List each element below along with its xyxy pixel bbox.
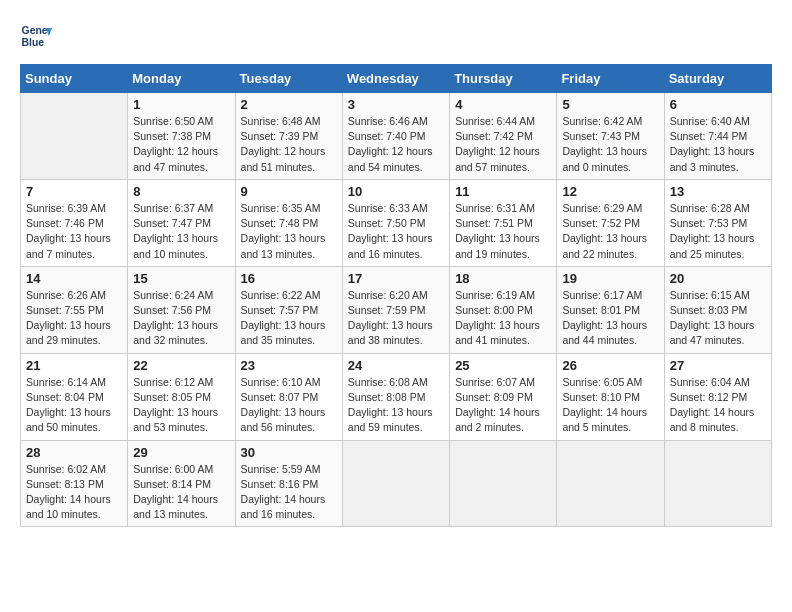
day-number: 6 [670,97,766,112]
calendar-cell: 4Sunrise: 6:44 AMSunset: 7:42 PMDaylight… [450,93,557,180]
day-number: 17 [348,271,444,286]
calendar-cell [557,440,664,527]
logo-icon: General Blue [20,20,52,52]
day-number: 25 [455,358,551,373]
day-number: 28 [26,445,122,460]
day-number: 19 [562,271,658,286]
day-number: 5 [562,97,658,112]
day-info: Sunrise: 6:20 AMSunset: 7:59 PMDaylight:… [348,288,444,349]
col-header-thursday: Thursday [450,65,557,93]
calendar-cell: 15Sunrise: 6:24 AMSunset: 7:56 PMDayligh… [128,266,235,353]
day-number: 11 [455,184,551,199]
col-header-sunday: Sunday [21,65,128,93]
day-number: 18 [455,271,551,286]
day-info: Sunrise: 6:33 AMSunset: 7:50 PMDaylight:… [348,201,444,262]
day-number: 12 [562,184,658,199]
day-info: Sunrise: 5:59 AMSunset: 8:16 PMDaylight:… [241,462,337,523]
day-info: Sunrise: 6:48 AMSunset: 7:39 PMDaylight:… [241,114,337,175]
day-info: Sunrise: 6:00 AMSunset: 8:14 PMDaylight:… [133,462,229,523]
day-info: Sunrise: 6:40 AMSunset: 7:44 PMDaylight:… [670,114,766,175]
calendar-cell: 13Sunrise: 6:28 AMSunset: 7:53 PMDayligh… [664,179,771,266]
calendar-cell: 11Sunrise: 6:31 AMSunset: 7:51 PMDayligh… [450,179,557,266]
day-number: 4 [455,97,551,112]
calendar-cell: 1Sunrise: 6:50 AMSunset: 7:38 PMDaylight… [128,93,235,180]
calendar-cell: 24Sunrise: 6:08 AMSunset: 8:08 PMDayligh… [342,353,449,440]
calendar-header-row: SundayMondayTuesdayWednesdayThursdayFrid… [21,65,772,93]
calendar-cell: 25Sunrise: 6:07 AMSunset: 8:09 PMDayligh… [450,353,557,440]
day-info: Sunrise: 6:08 AMSunset: 8:08 PMDaylight:… [348,375,444,436]
day-info: Sunrise: 6:05 AMSunset: 8:10 PMDaylight:… [562,375,658,436]
calendar-cell: 18Sunrise: 6:19 AMSunset: 8:00 PMDayligh… [450,266,557,353]
calendar-cell: 30Sunrise: 5:59 AMSunset: 8:16 PMDayligh… [235,440,342,527]
day-info: Sunrise: 6:42 AMSunset: 7:43 PMDaylight:… [562,114,658,175]
day-number: 27 [670,358,766,373]
day-info: Sunrise: 6:46 AMSunset: 7:40 PMDaylight:… [348,114,444,175]
col-header-tuesday: Tuesday [235,65,342,93]
calendar-week-4: 21Sunrise: 6:14 AMSunset: 8:04 PMDayligh… [21,353,772,440]
calendar-cell: 8Sunrise: 6:37 AMSunset: 7:47 PMDaylight… [128,179,235,266]
day-info: Sunrise: 6:39 AMSunset: 7:46 PMDaylight:… [26,201,122,262]
day-info: Sunrise: 6:14 AMSunset: 8:04 PMDaylight:… [26,375,122,436]
day-info: Sunrise: 6:15 AMSunset: 8:03 PMDaylight:… [670,288,766,349]
col-header-friday: Friday [557,65,664,93]
calendar-cell: 20Sunrise: 6:15 AMSunset: 8:03 PMDayligh… [664,266,771,353]
calendar-week-2: 7Sunrise: 6:39 AMSunset: 7:46 PMDaylight… [21,179,772,266]
calendar-cell: 10Sunrise: 6:33 AMSunset: 7:50 PMDayligh… [342,179,449,266]
calendar-cell: 27Sunrise: 6:04 AMSunset: 8:12 PMDayligh… [664,353,771,440]
day-info: Sunrise: 6:17 AMSunset: 8:01 PMDaylight:… [562,288,658,349]
calendar-cell: 21Sunrise: 6:14 AMSunset: 8:04 PMDayligh… [21,353,128,440]
day-number: 9 [241,184,337,199]
day-info: Sunrise: 6:07 AMSunset: 8:09 PMDaylight:… [455,375,551,436]
day-info: Sunrise: 6:31 AMSunset: 7:51 PMDaylight:… [455,201,551,262]
day-info: Sunrise: 6:29 AMSunset: 7:52 PMDaylight:… [562,201,658,262]
calendar-cell [342,440,449,527]
calendar: SundayMondayTuesdayWednesdayThursdayFrid… [20,64,772,527]
day-info: Sunrise: 6:44 AMSunset: 7:42 PMDaylight:… [455,114,551,175]
logo: General Blue [20,20,56,52]
calendar-cell: 7Sunrise: 6:39 AMSunset: 7:46 PMDaylight… [21,179,128,266]
day-number: 8 [133,184,229,199]
calendar-cell [450,440,557,527]
day-number: 30 [241,445,337,460]
calendar-cell: 12Sunrise: 6:29 AMSunset: 7:52 PMDayligh… [557,179,664,266]
day-info: Sunrise: 6:02 AMSunset: 8:13 PMDaylight:… [26,462,122,523]
header: General Blue [20,20,772,52]
day-number: 20 [670,271,766,286]
day-number: 16 [241,271,337,286]
day-info: Sunrise: 6:35 AMSunset: 7:48 PMDaylight:… [241,201,337,262]
day-info: Sunrise: 6:28 AMSunset: 7:53 PMDaylight:… [670,201,766,262]
calendar-cell: 17Sunrise: 6:20 AMSunset: 7:59 PMDayligh… [342,266,449,353]
calendar-cell: 23Sunrise: 6:10 AMSunset: 8:07 PMDayligh… [235,353,342,440]
day-number: 14 [26,271,122,286]
day-number: 10 [348,184,444,199]
day-info: Sunrise: 6:22 AMSunset: 7:57 PMDaylight:… [241,288,337,349]
col-header-saturday: Saturday [664,65,771,93]
day-number: 15 [133,271,229,286]
calendar-week-1: 1Sunrise: 6:50 AMSunset: 7:38 PMDaylight… [21,93,772,180]
day-number: 1 [133,97,229,112]
day-info: Sunrise: 6:50 AMSunset: 7:38 PMDaylight:… [133,114,229,175]
calendar-week-5: 28Sunrise: 6:02 AMSunset: 8:13 PMDayligh… [21,440,772,527]
calendar-cell: 5Sunrise: 6:42 AMSunset: 7:43 PMDaylight… [557,93,664,180]
col-header-monday: Monday [128,65,235,93]
col-header-wednesday: Wednesday [342,65,449,93]
calendar-cell: 2Sunrise: 6:48 AMSunset: 7:39 PMDaylight… [235,93,342,180]
calendar-cell: 19Sunrise: 6:17 AMSunset: 8:01 PMDayligh… [557,266,664,353]
day-number: 13 [670,184,766,199]
calendar-cell [664,440,771,527]
day-number: 3 [348,97,444,112]
day-info: Sunrise: 6:37 AMSunset: 7:47 PMDaylight:… [133,201,229,262]
calendar-cell: 28Sunrise: 6:02 AMSunset: 8:13 PMDayligh… [21,440,128,527]
calendar-cell: 29Sunrise: 6:00 AMSunset: 8:14 PMDayligh… [128,440,235,527]
calendar-cell: 9Sunrise: 6:35 AMSunset: 7:48 PMDaylight… [235,179,342,266]
day-number: 23 [241,358,337,373]
day-info: Sunrise: 6:19 AMSunset: 8:00 PMDaylight:… [455,288,551,349]
svg-text:Blue: Blue [22,37,45,48]
calendar-cell: 6Sunrise: 6:40 AMSunset: 7:44 PMDaylight… [664,93,771,180]
calendar-cell: 22Sunrise: 6:12 AMSunset: 8:05 PMDayligh… [128,353,235,440]
day-number: 24 [348,358,444,373]
day-number: 2 [241,97,337,112]
day-info: Sunrise: 6:04 AMSunset: 8:12 PMDaylight:… [670,375,766,436]
day-number: 26 [562,358,658,373]
calendar-cell: 3Sunrise: 6:46 AMSunset: 7:40 PMDaylight… [342,93,449,180]
